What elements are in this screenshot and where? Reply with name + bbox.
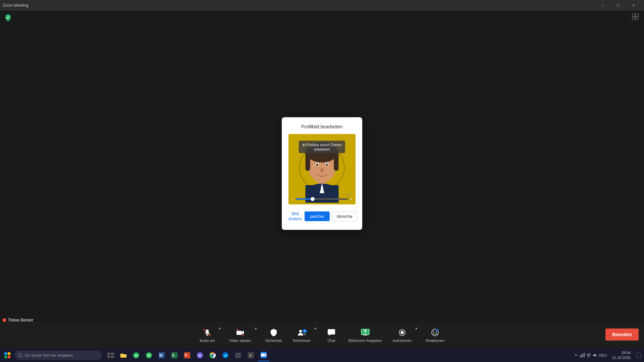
video-group: Video starten ▲ — [224, 322, 260, 349]
svg-rect-40 — [4, 352, 7, 355]
zoom-minus[interactable]: − — [291, 196, 294, 202]
svg-rect-47 — [111, 353, 114, 355]
minimize-button[interactable]: − — [595, 0, 610, 11]
svg-rect-43 — [8, 356, 10, 358]
participants-label: Teilnehmer — [292, 339, 311, 343]
expand-icon[interactable] — [632, 13, 640, 21]
audio-caret[interactable]: ▲ — [218, 322, 224, 349]
video-caret-arrow: ▲ — [254, 326, 257, 330]
zoom-slider-container[interactable]: − + — [291, 196, 353, 202]
word-app[interactable]: W — [156, 349, 168, 361]
chat-button[interactable]: Chat — [320, 322, 343, 349]
svg-rect-23 — [236, 331, 242, 335]
calc-app[interactable]: ≡ — [245, 349, 257, 361]
participants-button[interactable]: 1 Teilnehmer — [287, 322, 313, 349]
ppt-app[interactable]: P — [181, 349, 193, 361]
record-button[interactable]: Aufnehmen — [387, 322, 414, 349]
svg-rect-2 — [632, 17, 635, 20]
svg-rect-49 — [111, 356, 114, 358]
cancel-button[interactable]: bbreche — [332, 211, 357, 221]
video-icon — [235, 328, 245, 337]
video-label: Video starten — [229, 339, 251, 343]
drawing-app[interactable] — [232, 349, 244, 361]
chrome-app[interactable] — [207, 349, 219, 361]
svg-text:X: X — [172, 354, 174, 357]
slider-thumb[interactable] — [311, 197, 315, 201]
app3[interactable]: 69 — [130, 349, 142, 361]
svg-rect-76 — [583, 354, 583, 357]
svg-point-13 — [320, 168, 324, 172]
svg-rect-41 — [8, 352, 10, 355]
language-indicator: DEU — [599, 353, 607, 357]
main-content: Profilbild bearbeiten — [0, 11, 644, 325]
reactions-label: Reaktionen — [426, 339, 445, 343]
titlebar: Zoom Meeting − □ × — [0, 0, 644, 11]
edge-app[interactable] — [219, 349, 231, 361]
close-button[interactable]: × — [626, 0, 641, 11]
audio-button[interactable]: Audio ein — [194, 322, 218, 349]
taskbar-search[interactable]: Zur Suche Text hier eingeben — [15, 351, 102, 360]
svg-rect-3 — [636, 17, 638, 20]
record-group: Aufnehmen ▲ — [387, 322, 420, 349]
record-caret[interactable]: ▲ — [414, 322, 421, 349]
network-icon — [580, 353, 585, 358]
taskbar: Zur Suche Text hier eingeben 69 — [0, 349, 644, 362]
security-toolbar-icon — [269, 328, 278, 337]
zoom-slider[interactable] — [296, 198, 348, 200]
excel-app[interactable]: X — [168, 349, 180, 361]
svg-text:W: W — [159, 354, 163, 357]
end-meeting-button[interactable]: Beenden — [605, 328, 639, 341]
share-screen-button[interactable]: Bildschirm freigeben — [343, 322, 387, 349]
share-screen-icon — [361, 328, 370, 337]
svg-point-24 — [299, 330, 302, 333]
audio-icon — [203, 328, 212, 337]
teams-app[interactable]: M — [194, 349, 206, 361]
participants-group: 1 Teilnehmer ▲ — [287, 322, 320, 349]
toolbar: Audio ein ▲ Video starten ▲ — [0, 322, 644, 349]
explorer-app[interactable] — [117, 349, 129, 361]
up-arrow-tray[interactable] — [574, 353, 578, 358]
clock-date: 21.10.2020 — [612, 355, 631, 360]
save-button[interactable]: peicher — [305, 211, 330, 221]
participant-count-badge: 1 — [303, 329, 307, 333]
svg-point-34 — [400, 331, 404, 334]
record-icon — [397, 328, 407, 337]
chat-label: Chat — [327, 339, 335, 343]
participants-icon: 1 — [297, 328, 306, 337]
svg-rect-68 — [236, 356, 238, 358]
participants-caret[interactable]: ▲ — [313, 322, 320, 349]
maximize-button[interactable]: □ — [610, 0, 626, 11]
svg-text:≡: ≡ — [249, 353, 251, 357]
change-image-button[interactable]: Bild ändern — [288, 209, 302, 223]
profile-image-area[interactable]: ⊕ Position durch Ziehen anpassen − + ↖ — [288, 134, 356, 204]
notification-button[interactable] — [633, 349, 644, 362]
svg-point-63 — [212, 354, 214, 356]
taskbar-time[interactable]: 18:04 21.10.2020 — [609, 350, 633, 361]
svg-rect-46 — [107, 353, 110, 355]
taskview-app[interactable] — [105, 349, 117, 361]
record-caret-arrow: ▲ — [415, 326, 418, 330]
start-button[interactable] — [0, 349, 15, 362]
video-caret[interactable]: ▲ — [254, 322, 260, 349]
chat-icon — [327, 328, 336, 337]
security-button[interactable]: Sicherheit — [260, 322, 287, 349]
svg-text:69: 69 — [135, 354, 138, 357]
window-controls: − □ × — [595, 0, 641, 11]
svg-rect-27 — [328, 329, 335, 335]
svg-line-45 — [21, 356, 23, 358]
dialog-footer: Bild ändern peicher bbreche — [288, 209, 356, 223]
system-tray: DEU — [571, 353, 609, 358]
video-button[interactable]: Video starten — [224, 322, 254, 349]
profile-edit-dialog: Profilbild bearbeiten — [282, 117, 362, 230]
reactions-button[interactable]: + Reaktionen — [421, 322, 450, 349]
zoom-app[interactable] — [258, 349, 270, 361]
volume-icon — [592, 353, 598, 358]
svg-rect-77 — [584, 353, 585, 357]
taskbar-search-placeholder: Zur Suche Text hier eingeben — [25, 353, 73, 357]
svg-text:M: M — [199, 354, 201, 357]
svg-rect-74 — [580, 355, 581, 357]
spotify-app[interactable] — [143, 349, 155, 361]
svg-rect-48 — [107, 356, 110, 358]
share-screen-label: Bildschirm freigeben — [348, 339, 382, 343]
slider-track — [296, 198, 348, 200]
